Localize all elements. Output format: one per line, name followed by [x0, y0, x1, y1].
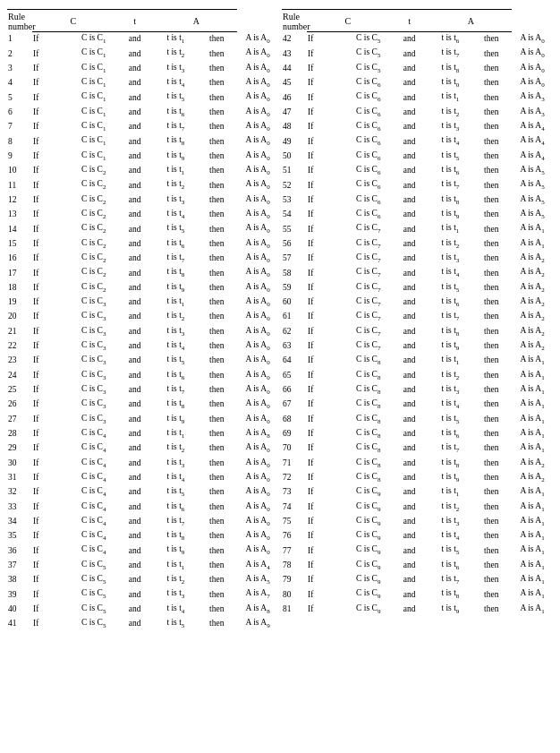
t-cell: t is t2 [155, 441, 196, 456]
c-cell: C is C1 [73, 47, 115, 61]
if-cell: If [307, 573, 348, 587]
then-cell: then [196, 573, 237, 587]
a-cell: A is A0 [512, 31, 553, 47]
table-row: 63IfC is C7andt is t9thenA is A2 [282, 338, 553, 353]
and-cell: and [115, 280, 156, 295]
a-cell: A is A0 [512, 75, 553, 90]
then-cell: then [471, 558, 512, 572]
table-row: 7IfC is C1andt is t7thenA is A0 [7, 119, 278, 133]
table-row: 64IfC is C8andt is t1thenA is A1 [282, 354, 553, 368]
rule-number-cell: 30 [7, 456, 32, 470]
if-cell: If [32, 514, 73, 528]
then-cell: then [196, 178, 237, 193]
t-cell: t is t4 [429, 266, 471, 280]
t-cell: t is t1 [155, 426, 196, 441]
then-cell: then [196, 602, 237, 616]
rule-number-cell: 1 [7, 31, 32, 47]
c-cell: C is C1 [73, 105, 115, 119]
t-cell: t is t9 [429, 338, 471, 353]
and-cell: and [389, 587, 430, 602]
t-cell: t is t3 [155, 456, 196, 470]
and-cell: and [115, 529, 156, 543]
then-cell: then [471, 266, 512, 280]
header-t-right: t [389, 10, 430, 30]
and-cell: and [389, 163, 430, 177]
then-cell: then [471, 514, 512, 528]
if-cell: If [32, 266, 73, 280]
c-cell: C is C4 [73, 529, 115, 543]
table-row: 10IfC is C2andt is t1thenA is A0 [7, 163, 278, 177]
if-cell: If [307, 134, 348, 149]
then-cell: then [196, 280, 237, 295]
if-cell: If [307, 398, 348, 412]
rule-number-cell: 16 [7, 251, 32, 265]
a-cell: A is A0 [237, 163, 278, 177]
table-row: 11IfC is C2andt is t2thenA is A0 [7, 178, 278, 193]
and-cell: and [115, 354, 156, 368]
c-cell: C is C1 [73, 31, 115, 47]
c-cell: C is C6 [348, 134, 389, 149]
and-cell: and [389, 193, 430, 207]
t-cell: t is t5 [429, 412, 471, 426]
table-row: 21IfC is C3andt is t3thenA is A0 [7, 324, 278, 338]
a-cell: A is A0 [237, 514, 278, 528]
rule-number-cell: 48 [282, 119, 307, 133]
t-cell: t is t4 [155, 75, 196, 90]
a-cell: A is A1 [512, 587, 553, 602]
c-cell: C is C9 [348, 573, 389, 587]
rule-number-cell: 60 [282, 295, 307, 309]
if-cell: If [307, 587, 348, 602]
rule-number-cell: 2 [7, 47, 32, 61]
if-cell: If [32, 529, 73, 543]
c-cell: C is C9 [348, 587, 389, 602]
then-cell: then [471, 398, 512, 412]
then-cell: then [471, 412, 512, 426]
if-cell: If [32, 75, 73, 90]
and-cell: and [115, 338, 156, 353]
and-cell: and [389, 310, 430, 324]
and-cell: and [389, 529, 430, 543]
then-cell: then [471, 47, 512, 61]
rule-number-cell: 59 [282, 280, 307, 295]
c-cell: C is C2 [73, 266, 115, 280]
rule-number-cell: 4 [7, 75, 32, 90]
t-cell: t is t8 [429, 324, 471, 338]
a-cell: A is A0 [237, 500, 278, 514]
then-cell: then [196, 382, 237, 397]
a-cell: A is A0 [512, 61, 553, 75]
t-cell: t is t1 [155, 558, 196, 572]
t-cell: t is t3 [155, 193, 196, 207]
and-cell: and [389, 105, 430, 119]
table-row: 71IfC is C8andt is t8thenA is A2 [282, 456, 553, 470]
then-cell: then [471, 529, 512, 543]
and-cell: and [115, 193, 156, 207]
then-cell: then [196, 236, 237, 251]
c-cell: C is C8 [348, 382, 389, 397]
then-cell: then [471, 207, 512, 221]
t-cell: t is t2 [429, 236, 471, 251]
a-cell: A is A0 [237, 338, 278, 353]
rule-number-cell: 36 [7, 543, 32, 558]
table-row: 36IfC is C4andt is t9thenA is A0 [7, 543, 278, 558]
then-cell: then [471, 426, 512, 441]
table-row: 19IfC is C3andt is t1thenA is A0 [7, 295, 278, 309]
a-cell: A is A4 [512, 149, 553, 163]
t-cell: t is t6 [155, 236, 196, 251]
rule-number-cell: 72 [282, 470, 307, 484]
if-cell: If [307, 470, 348, 484]
c-cell: C is C8 [348, 398, 389, 412]
c-cell: C is C4 [73, 426, 115, 441]
c-cell: C is C9 [348, 558, 389, 572]
t-cell: t is t8 [429, 193, 471, 207]
and-cell: and [115, 368, 156, 382]
and-cell: and [115, 75, 156, 90]
rule-number-cell: 68 [282, 412, 307, 426]
then-cell: then [471, 543, 512, 558]
t-cell: t is t5 [155, 90, 196, 105]
and-cell: and [115, 90, 156, 105]
rule-number-cell: 52 [282, 178, 307, 193]
a-cell: A is A2 [512, 470, 553, 484]
t-cell: t is t6 [429, 31, 471, 47]
a-cell: A is A1 [512, 426, 553, 441]
c-cell: C is C2 [73, 251, 115, 265]
